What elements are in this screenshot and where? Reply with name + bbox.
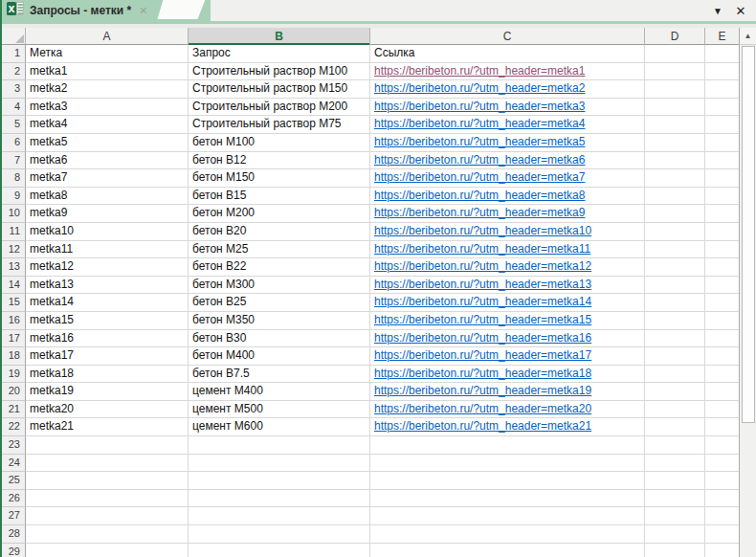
cell-D15[interactable] [645,294,705,312]
hyperlink-metka12[interactable]: https://beribeton.ru/?utm_header=metka12 [374,259,591,273]
cell-C27[interactable] [370,507,645,525]
cell-B29[interactable] [189,544,370,557]
row-header-13[interactable]: 13 [2,258,26,277]
cell-D20[interactable] [645,383,705,401]
row-header-17[interactable]: 17 [2,330,26,348]
cell-E26[interactable] [705,490,739,508]
cell-C29[interactable] [370,544,645,557]
cell-D7[interactable] [645,152,705,170]
cell-B7[interactable]: бетон В12 [189,152,370,170]
scrollbar-thumb[interactable] [742,46,755,423]
hyperlink-metka11[interactable]: https://beribeton.ru/?utm_header=metka11 [374,242,590,256]
tab-close-icon[interactable]: ✕ [139,5,147,17]
scrollbar-up-button[interactable]: ▲ [739,28,756,45]
cell-B18[interactable]: бетон М400 [189,347,370,366]
row-header-1[interactable]: 1 [2,45,26,63]
cell-B10[interactable]: бетон М200 [189,205,370,223]
cell-E11[interactable] [705,223,739,241]
cell-A12[interactable]: metka11 [26,241,189,259]
cell-B27[interactable] [189,507,370,525]
cell-B14[interactable]: бетон М300 [189,277,370,295]
row-header-26[interactable]: 26 [2,490,26,508]
cell-E17[interactable] [705,330,739,348]
cell-E6[interactable] [705,134,739,152]
cell-E24[interactable] [705,455,739,473]
cell-B20[interactable]: цемент М400 [189,383,370,401]
cell-A2[interactable]: metka1 [26,63,189,81]
cell-E29[interactable] [705,544,739,557]
cell-C21[interactable]: https://beribeton.ru/?utm_header=metka20 [370,401,645,419]
cell-D2[interactable] [645,63,705,81]
cell-B23[interactable] [189,436,370,455]
cell-E1[interactable] [705,45,739,63]
new-tab-button[interactable] [157,0,205,19]
row-header-9[interactable]: 9 [2,188,26,206]
cell-E13[interactable] [705,258,739,277]
row-header-27[interactable]: 27 [2,507,26,525]
cell-E22[interactable] [705,418,739,436]
cell-C15[interactable]: https://beribeton.ru/?utm_header=metka14 [370,294,645,312]
cell-A14[interactable]: metka13 [26,277,189,295]
cell-D27[interactable] [645,507,705,525]
cell-C28[interactable] [370,525,645,544]
hyperlink-metka20[interactable]: https://beribeton.ru/?utm_header=metka20 [374,402,591,415]
row-header-22[interactable]: 22 [2,418,26,436]
row-header-4[interactable]: 4 [2,99,26,117]
cell-A8[interactable]: metka7 [26,169,189,188]
cell-C23[interactable] [370,436,645,455]
row-header-21[interactable]: 21 [2,401,26,419]
cell-C18[interactable]: https://beribeton.ru/?utm_header=metka17 [370,347,645,366]
column-header-E[interactable]: E [705,28,739,45]
cell-C4[interactable]: https://beribeton.ru/?utm_header=metka3 [370,99,645,117]
cell-E21[interactable] [705,401,739,419]
cell-C25[interactable] [370,472,645,490]
cell-B16[interactable]: бетон М350 [189,312,370,330]
cell-C11[interactable]: https://beribeton.ru/?utm_header=metka10 [370,223,645,241]
cell-B1[interactable]: Запрос [189,45,370,63]
hyperlink-metka10[interactable]: https://beribeton.ru/?utm_header=metka10 [374,224,591,237]
cell-C22[interactable]: https://beribeton.ru/?utm_header=metka21 [370,418,645,436]
cell-A9[interactable]: metka8 [26,188,189,206]
row-header-8[interactable]: 8 [2,169,26,188]
cell-A4[interactable]: metka3 [26,99,189,117]
row-header-23[interactable]: 23 [2,436,26,455]
cell-A11[interactable]: metka10 [26,223,189,241]
hyperlink-metka6[interactable]: https://beribeton.ru/?utm_header=metka6 [374,153,585,167]
active-tab[interactable]: X Запросы - метки * ✕ [2,0,211,21]
cell-A23[interactable] [26,436,189,455]
cell-B15[interactable]: бетон В25 [189,294,370,312]
cell-B5[interactable]: Строительный раствор М75 [189,116,370,134]
column-header-D[interactable]: D [645,28,705,45]
hyperlink-metka4[interactable]: https://beribeton.ru/?utm_header=metka4 [374,117,585,130]
cell-D10[interactable] [645,205,705,223]
window-close-button[interactable]: ✕ [729,2,752,19]
cell-D9[interactable] [645,188,705,206]
cell-A29[interactable] [26,544,189,557]
cell-D29[interactable] [645,544,705,557]
hyperlink-metka9[interactable]: https://beribeton.ru/?utm_header=metka9 [374,206,585,219]
cell-C16[interactable]: https://beribeton.ru/?utm_header=metka15 [370,312,645,330]
hyperlink-metka13[interactable]: https://beribeton.ru/?utm_header=metka13 [374,278,591,291]
cell-D11[interactable] [645,223,705,241]
cell-D17[interactable] [645,330,705,348]
cell-E2[interactable] [705,63,739,81]
cell-E25[interactable] [705,472,739,490]
cell-D25[interactable] [645,472,705,490]
hyperlink-metka7[interactable]: https://beribeton.ru/?utm_header=metka7 [374,170,585,184]
hyperlink-metka8[interactable]: https://beribeton.ru/?utm_header=metka8 [374,189,585,202]
cell-C10[interactable]: https://beribeton.ru/?utm_header=metka9 [370,205,645,223]
row-header-25[interactable]: 25 [2,472,26,490]
row-header-6[interactable]: 6 [2,134,26,152]
cell-A3[interactable]: metka2 [26,80,189,99]
row-header-10[interactable]: 10 [2,205,26,223]
cell-C1[interactable]: Ссылка [370,45,645,63]
cell-E16[interactable] [705,312,739,330]
cell-B4[interactable]: Строительный раствор М200 [189,99,370,117]
cell-D16[interactable] [645,312,705,330]
cell-D26[interactable] [645,490,705,508]
row-header-5[interactable]: 5 [2,116,26,134]
cell-D4[interactable] [645,99,705,117]
cell-A7[interactable]: metka6 [26,152,189,170]
cell-D19[interactable] [645,366,705,384]
cell-E27[interactable] [705,507,739,525]
